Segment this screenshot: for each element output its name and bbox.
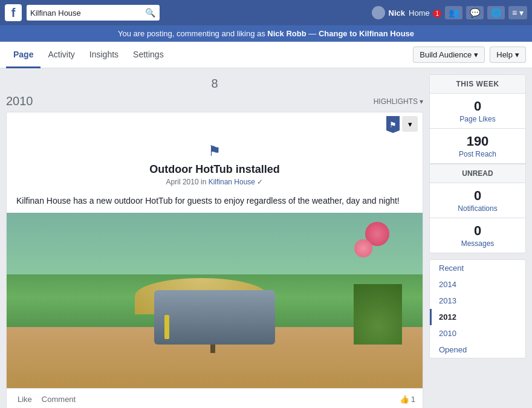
post-actions: Like Comment bbox=[14, 392, 79, 406]
search-submit-button[interactable]: 🔍 bbox=[145, 8, 155, 18]
post-header: ⚑ Outdoor HotTub installed April 2010 in… bbox=[7, 133, 423, 191]
thumbs-up-icon: 👍 bbox=[400, 395, 409, 404]
image-foliage bbox=[354, 284, 402, 345]
tab-insights[interactable]: Insights bbox=[82, 42, 126, 68]
fb-logo-letter: f bbox=[11, 7, 16, 19]
nick-robb-link[interactable]: Nick Robb bbox=[267, 29, 306, 38]
tab-activity[interactable]: Activity bbox=[41, 42, 82, 68]
post-subtitle: April 2010 in Kilfinan House ✓ bbox=[16, 178, 413, 186]
post-reach-stat: 190 Post Reach bbox=[430, 129, 525, 164]
like-count: 👍 1 bbox=[400, 395, 415, 404]
image-hot-tub bbox=[154, 290, 275, 345]
verified-icon: ✓ bbox=[257, 178, 263, 186]
messages-label[interactable]: Messages bbox=[461, 239, 495, 248]
notifications-stat: 0 Notifications bbox=[430, 183, 525, 218]
main-layout: 8 2010 HIGHLIGHTS ▾ ⚑ ▾ ⚑ Outdoor HotTub… bbox=[0, 68, 532, 408]
notification-text: You are posting, commenting and liking a… bbox=[118, 29, 267, 38]
image-flower-2 bbox=[354, 239, 372, 257]
build-audience-button[interactable]: Build Audience ▾ bbox=[413, 47, 485, 63]
notifications-number: 0 bbox=[437, 188, 518, 204]
post-title: Outdoor HotTub installed bbox=[16, 163, 413, 176]
notification-separator: — bbox=[307, 29, 319, 38]
highlights-button[interactable]: HIGHLIGHTS ▾ bbox=[374, 97, 423, 106]
notifications-label[interactable]: Notifications bbox=[458, 204, 497, 213]
post-reach-label[interactable]: Post Reach bbox=[459, 150, 496, 158]
timeline-nav-2013[interactable]: 2013 bbox=[430, 293, 525, 309]
timeline-nav-2014[interactable]: 2014 bbox=[430, 276, 525, 293]
notifications-button[interactable]: 🌐 bbox=[487, 6, 505, 19]
unread-title: UNREAD bbox=[430, 164, 525, 183]
comment-button[interactable]: Comment bbox=[38, 392, 79, 406]
timeline-nav-recent[interactable]: Recent bbox=[430, 260, 525, 276]
right-sidebar: THIS WEEK 0 Page Likes 190 Post Reach UN… bbox=[429, 74, 526, 408]
search-bar: 🔍 bbox=[27, 5, 160, 21]
page-likes-label[interactable]: Page Likes bbox=[459, 115, 495, 123]
help-button[interactable]: Help ▾ bbox=[490, 47, 526, 63]
image-inner bbox=[7, 213, 423, 388]
post-reach-number: 190 bbox=[437, 134, 518, 149]
top-navigation: f 🔍 Nick Home 1 👥 💬 🌐 ≡ ▾ bbox=[0, 0, 532, 25]
this-week-widget: THIS WEEK 0 Page Likes 190 Post Reach UN… bbox=[429, 74, 526, 253]
bookmark-icon-btn[interactable]: ⚑ bbox=[386, 116, 400, 133]
build-audience-chevron: ▾ bbox=[474, 50, 478, 59]
posting-notification-bar: You are posting, commenting and liking a… bbox=[0, 25, 532, 42]
timeline-nav-opened[interactable]: Opened bbox=[430, 342, 525, 358]
timeline-content: 8 2010 HIGHLIGHTS ▾ ⚑ ▾ ⚑ Outdoor HotTub… bbox=[6, 74, 423, 408]
timeline-nav-widget: Recent 2014 2013 2012 2010 Opened bbox=[429, 259, 526, 358]
highlights-chevron: ▾ bbox=[420, 97, 423, 106]
hot-tub-post-card: ⚑ ▾ ⚑ Outdoor HotTub installed April 201… bbox=[6, 112, 423, 408]
settings-menu-button[interactable]: ≡ ▾ bbox=[508, 6, 527, 19]
tab-page[interactable]: Page bbox=[6, 42, 41, 68]
page-navigation-tabs: Page Activity Insights Settings Build Au… bbox=[0, 42, 532, 68]
sec-nav-actions: Build Audience ▾ Help ▾ bbox=[413, 47, 526, 63]
post-date: April 2010 in bbox=[166, 178, 207, 186]
change-to-page-link[interactable]: Change to Kilfinan House bbox=[319, 29, 414, 38]
messages-stat: 0 Messages bbox=[430, 218, 525, 253]
milestone-flag-icon: ⚑ bbox=[16, 143, 413, 160]
facebook-logo: f bbox=[5, 4, 22, 21]
like-button[interactable]: Like bbox=[14, 392, 36, 406]
post-footer: Like Comment 👍 1 bbox=[7, 388, 423, 408]
hot-tub-image bbox=[7, 213, 423, 388]
timeline-nav-2012[interactable]: 2012 bbox=[430, 309, 525, 325]
nav-right-section: Nick Home 1 👥 💬 🌐 ≡ ▾ bbox=[372, 6, 527, 19]
post-header-actions: ⚑ ▾ bbox=[386, 116, 418, 133]
help-chevron: ▾ bbox=[515, 50, 519, 59]
post-action-row: ⚑ ▾ bbox=[7, 112, 423, 133]
post-options-btn[interactable]: ▾ bbox=[402, 116, 418, 132]
user-avatar bbox=[372, 6, 385, 19]
page-likes-number: 0 bbox=[437, 99, 518, 114]
image-bottle bbox=[164, 315, 169, 339]
search-input[interactable] bbox=[30, 8, 145, 18]
messages-number: 0 bbox=[437, 223, 518, 239]
friend-requests-button[interactable]: 👥 bbox=[445, 6, 462, 19]
top-page-number: 8 bbox=[6, 74, 423, 91]
messages-button[interactable]: 💬 bbox=[466, 6, 484, 19]
home-badge: 1 bbox=[433, 10, 441, 18]
page-likes-stat: 0 Page Likes bbox=[430, 94, 525, 129]
nav-home-link[interactable]: Home 1 bbox=[409, 8, 441, 18]
nav-user-name: Nick bbox=[389, 8, 405, 18]
timeline-nav-2010[interactable]: 2010 bbox=[430, 325, 525, 342]
year-label: 2010 bbox=[6, 94, 33, 108]
this-week-title: THIS WEEK bbox=[430, 75, 525, 94]
tab-settings[interactable]: Settings bbox=[126, 42, 171, 68]
page-link[interactable]: Kilfinan House bbox=[209, 178, 255, 186]
post-body-text: Kilfinan House has a new outdoor HotTub … bbox=[7, 191, 423, 213]
year-2010-marker: 2010 HIGHLIGHTS ▾ bbox=[6, 91, 423, 112]
